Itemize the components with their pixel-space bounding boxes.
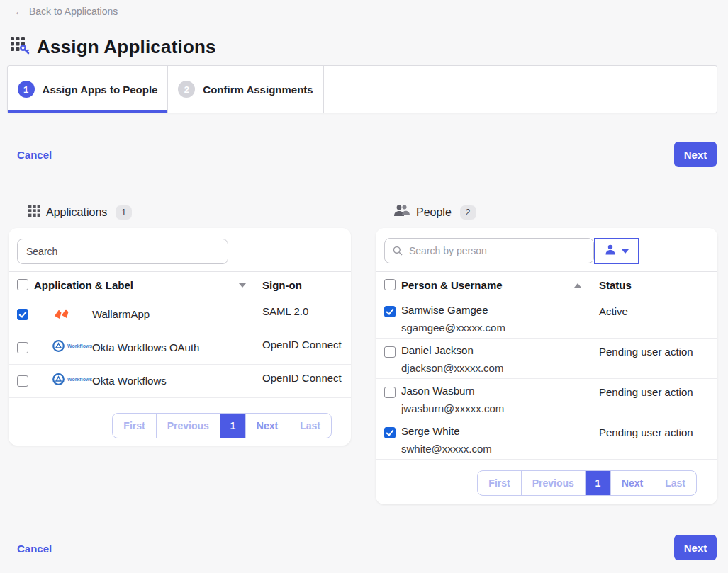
applications-select-all-checkbox[interactable] xyxy=(17,279,28,290)
applications-table-header: Application & Label Sign-on xyxy=(9,271,351,297)
table-row[interactable]: Daniel Jackson djackson@xxxxx.com Pendin… xyxy=(376,339,717,379)
person-username: jwasburn@xxxxx.com xyxy=(401,402,504,414)
table-row[interactable]: Jason Wasburn jwasburn@xxxxx.com Pending… xyxy=(376,379,717,419)
column-application-label[interactable]: Application & Label xyxy=(34,272,133,298)
app-signon: OpenID Connect xyxy=(262,372,342,384)
pagination-last[interactable]: Last xyxy=(289,414,331,438)
tab-assign-label: Assign Apps to People xyxy=(43,84,158,96)
pagination-next[interactable]: Next xyxy=(245,414,289,438)
people-icon xyxy=(393,205,410,220)
tab-assign-apps-to-people[interactable]: 1 Assign Apps to People xyxy=(8,66,168,113)
people-select-all-checkbox[interactable] xyxy=(384,279,396,290)
next-button-top[interactable]: Next xyxy=(674,142,717,167)
workflows-logo-text: Workflows xyxy=(67,344,92,348)
app-name: Okta Workflows xyxy=(92,375,167,387)
person-status: Pending user action xyxy=(599,386,693,398)
pagination-previous[interactable]: Previous xyxy=(521,471,585,495)
person-status: Pending user action xyxy=(599,426,693,438)
applications-panel: Application & Label Sign-on WallarmApp S… xyxy=(9,228,351,446)
column-person-username[interactable]: Person & Username xyxy=(401,272,503,298)
app-signon: OpenID Connect xyxy=(262,339,342,351)
next-button-bottom[interactable]: Next xyxy=(674,535,717,560)
sort-caret-up-icon[interactable] xyxy=(574,283,581,288)
people-pagination: First Previous 1 Next Last xyxy=(477,470,697,496)
row-checkbox[interactable] xyxy=(17,375,28,387)
column-status: Status xyxy=(599,272,632,298)
applications-title: Applications xyxy=(46,206,107,219)
people-count-badge: 2 xyxy=(460,205,476,220)
cancel-link-top[interactable]: Cancel xyxy=(17,149,52,161)
person-username: sgamgee@xxxxx.com xyxy=(401,322,505,334)
pagination-first[interactable]: First xyxy=(113,414,155,438)
person-status: Pending user action xyxy=(599,346,693,358)
pagination-next[interactable]: Next xyxy=(610,471,654,495)
people-title: People xyxy=(416,206,452,219)
tab-confirm-assignments[interactable]: 2 Confirm Assignments xyxy=(168,66,324,113)
tab-confirm-label: Confirm Assignments xyxy=(203,84,313,96)
applications-pagination: First Previous 1 Next Last xyxy=(112,413,332,438)
people-section-header: People 2 xyxy=(393,205,476,220)
row-checkbox[interactable] xyxy=(384,346,396,358)
workflows-logo-text: Workflows xyxy=(67,377,92,382)
step-2-badge: 2 xyxy=(178,81,195,98)
okta-workflows-logo: Workflows xyxy=(52,373,92,385)
pagination-first[interactable]: First xyxy=(478,471,520,495)
chevron-down-icon xyxy=(622,249,629,254)
table-row[interactable]: Serge White swhite@xxxxx.com Pending use… xyxy=(376,419,717,460)
table-row[interactable]: Workflows Okta Workflows OAuth OpenID Co… xyxy=(9,331,351,365)
assign-applications-page: ← Back to Applications Assign Applicatio… xyxy=(0,0,728,573)
app-name: Okta Workflows OAuth xyxy=(92,341,199,353)
row-checkbox[interactable] xyxy=(17,342,28,353)
row-checkbox[interactable] xyxy=(384,387,396,398)
people-panel: Person & Username Status Samwise Gamgee … xyxy=(376,228,717,504)
table-row[interactable]: Workflows Okta Workflows OpenID Connect xyxy=(9,365,351,398)
row-checkbox[interactable] xyxy=(17,309,28,320)
back-to-applications-link[interactable]: ← Back to Applications xyxy=(14,6,118,17)
applications-count-badge: 1 xyxy=(116,205,132,220)
people-table-header: Person & Username Status xyxy=(376,271,717,297)
person-username: djackson@xxxxx.com xyxy=(401,362,503,374)
cancel-link-bottom[interactable]: Cancel xyxy=(17,543,52,555)
back-arrow-icon: ← xyxy=(14,6,24,17)
wallarm-logo xyxy=(52,307,75,321)
pagination-page-1[interactable]: 1 xyxy=(585,471,610,495)
table-row[interactable]: WallarmApp SAML 2.0 xyxy=(9,298,351,331)
person-name: Daniel Jackson xyxy=(401,344,474,356)
person-name: Samwise Gamgee xyxy=(401,304,488,316)
person-filter-icon xyxy=(605,244,616,258)
app-signon: SAML 2.0 xyxy=(262,305,308,317)
okta-workflows-logo: Workflows xyxy=(52,340,92,352)
applications-search-input[interactable] xyxy=(17,239,228,264)
column-signon: Sign-on xyxy=(262,272,302,298)
person-name: Jason Wasburn xyxy=(401,385,475,397)
person-status: Active xyxy=(599,305,628,317)
wizard-step-tabs: 1 Assign Apps to People 2 Confirm Assign… xyxy=(7,65,717,113)
app-name: WallarmApp xyxy=(92,308,150,320)
people-filter-dropdown-button[interactable] xyxy=(594,238,639,264)
applications-section-header: Applications 1 xyxy=(28,205,132,220)
step-1-badge: 1 xyxy=(18,81,35,98)
person-username: swhite@xxxxx.com xyxy=(401,443,492,455)
applications-grid-icon xyxy=(28,205,40,220)
page-title-row: Assign Applications xyxy=(10,35,216,58)
pagination-page-1[interactable]: 1 xyxy=(220,414,245,438)
row-checkbox[interactable] xyxy=(384,306,396,317)
pagination-last[interactable]: Last xyxy=(654,471,696,495)
table-row[interactable]: Samwise Gamgee sgamgee@xxxxx.com Active xyxy=(376,298,717,339)
pagination-previous[interactable]: Previous xyxy=(156,414,220,438)
page-title: Assign Applications xyxy=(37,36,216,58)
back-link-label: Back to Applications xyxy=(29,6,118,17)
sort-caret-down-icon[interactable] xyxy=(239,283,246,288)
row-checkbox[interactable] xyxy=(384,427,396,438)
assign-applications-icon xyxy=(10,35,30,58)
people-search-input[interactable] xyxy=(384,238,594,263)
person-name: Serge White xyxy=(401,425,460,437)
